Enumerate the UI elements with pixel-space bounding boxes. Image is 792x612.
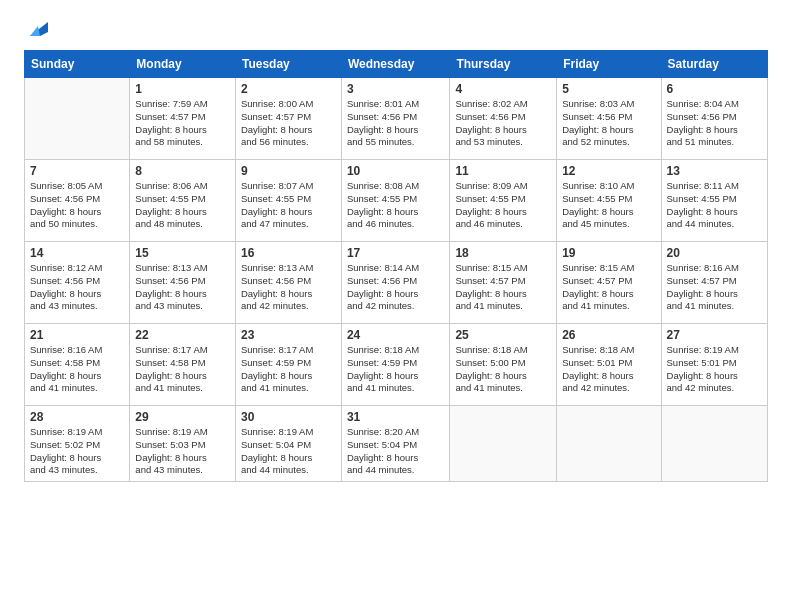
header-monday: Monday (130, 51, 236, 78)
day-cell: 27Sunrise: 8:19 AMSunset: 5:01 PMDayligh… (661, 324, 767, 406)
day-number: 5 (562, 82, 655, 96)
day-number: 22 (135, 328, 230, 342)
day-number: 14 (30, 246, 124, 260)
day-cell: 2Sunrise: 8:00 AMSunset: 4:57 PMDaylight… (235, 78, 341, 160)
day-info: Sunrise: 8:19 AMSunset: 5:01 PMDaylight:… (667, 344, 762, 395)
day-number: 1 (135, 82, 230, 96)
day-info: Sunrise: 8:16 AMSunset: 4:57 PMDaylight:… (667, 262, 762, 313)
header-wednesday: Wednesday (341, 51, 449, 78)
day-cell: 30Sunrise: 8:19 AMSunset: 5:04 PMDayligh… (235, 406, 341, 482)
day-number: 25 (455, 328, 551, 342)
day-cell: 14Sunrise: 8:12 AMSunset: 4:56 PMDayligh… (25, 242, 130, 324)
day-cell: 7Sunrise: 8:05 AMSunset: 4:56 PMDaylight… (25, 160, 130, 242)
day-number: 31 (347, 410, 444, 424)
day-cell: 4Sunrise: 8:02 AMSunset: 4:56 PMDaylight… (450, 78, 557, 160)
week-row-3: 14Sunrise: 8:12 AMSunset: 4:56 PMDayligh… (25, 242, 768, 324)
day-number: 10 (347, 164, 444, 178)
day-info: Sunrise: 8:20 AMSunset: 5:04 PMDaylight:… (347, 426, 444, 477)
day-cell: 10Sunrise: 8:08 AMSunset: 4:55 PMDayligh… (341, 160, 449, 242)
day-info: Sunrise: 8:00 AMSunset: 4:57 PMDaylight:… (241, 98, 336, 149)
day-number: 16 (241, 246, 336, 260)
day-cell: 17Sunrise: 8:14 AMSunset: 4:56 PMDayligh… (341, 242, 449, 324)
day-info: Sunrise: 8:14 AMSunset: 4:56 PMDaylight:… (347, 262, 444, 313)
calendar-table: SundayMondayTuesdayWednesdayThursdayFrid… (24, 50, 768, 482)
day-cell: 28Sunrise: 8:19 AMSunset: 5:02 PMDayligh… (25, 406, 130, 482)
day-number: 15 (135, 246, 230, 260)
header-thursday: Thursday (450, 51, 557, 78)
day-info: Sunrise: 8:18 AMSunset: 5:00 PMDaylight:… (455, 344, 551, 395)
day-cell: 1Sunrise: 7:59 AMSunset: 4:57 PMDaylight… (130, 78, 236, 160)
day-info: Sunrise: 8:07 AMSunset: 4:55 PMDaylight:… (241, 180, 336, 231)
day-number: 28 (30, 410, 124, 424)
day-info: Sunrise: 8:18 AMSunset: 5:01 PMDaylight:… (562, 344, 655, 395)
day-number: 19 (562, 246, 655, 260)
day-cell: 15Sunrise: 8:13 AMSunset: 4:56 PMDayligh… (130, 242, 236, 324)
day-info: Sunrise: 8:17 AMSunset: 4:59 PMDaylight:… (241, 344, 336, 395)
day-info: Sunrise: 8:17 AMSunset: 4:58 PMDaylight:… (135, 344, 230, 395)
day-info: Sunrise: 8:06 AMSunset: 4:55 PMDaylight:… (135, 180, 230, 231)
day-info: Sunrise: 8:10 AMSunset: 4:55 PMDaylight:… (562, 180, 655, 231)
day-info: Sunrise: 8:18 AMSunset: 4:59 PMDaylight:… (347, 344, 444, 395)
day-number: 23 (241, 328, 336, 342)
day-number: 18 (455, 246, 551, 260)
day-cell: 31Sunrise: 8:20 AMSunset: 5:04 PMDayligh… (341, 406, 449, 482)
svg-marker-1 (30, 26, 40, 36)
day-number: 8 (135, 164, 230, 178)
day-info: Sunrise: 8:05 AMSunset: 4:56 PMDaylight:… (30, 180, 124, 231)
day-number: 2 (241, 82, 336, 96)
day-cell: 29Sunrise: 8:19 AMSunset: 5:03 PMDayligh… (130, 406, 236, 482)
day-cell: 11Sunrise: 8:09 AMSunset: 4:55 PMDayligh… (450, 160, 557, 242)
day-cell: 18Sunrise: 8:15 AMSunset: 4:57 PMDayligh… (450, 242, 557, 324)
day-info: Sunrise: 8:13 AMSunset: 4:56 PMDaylight:… (135, 262, 230, 313)
day-cell: 6Sunrise: 8:04 AMSunset: 4:56 PMDaylight… (661, 78, 767, 160)
header-sunday: Sunday (25, 51, 130, 78)
day-number: 24 (347, 328, 444, 342)
day-info: Sunrise: 8:19 AMSunset: 5:03 PMDaylight:… (135, 426, 230, 477)
day-number: 4 (455, 82, 551, 96)
day-cell: 21Sunrise: 8:16 AMSunset: 4:58 PMDayligh… (25, 324, 130, 406)
day-cell (450, 406, 557, 482)
day-info: Sunrise: 8:15 AMSunset: 4:57 PMDaylight:… (562, 262, 655, 313)
header-tuesday: Tuesday (235, 51, 341, 78)
header-saturday: Saturday (661, 51, 767, 78)
day-cell (25, 78, 130, 160)
day-cell: 8Sunrise: 8:06 AMSunset: 4:55 PMDaylight… (130, 160, 236, 242)
day-cell: 23Sunrise: 8:17 AMSunset: 4:59 PMDayligh… (235, 324, 341, 406)
day-cell: 3Sunrise: 8:01 AMSunset: 4:56 PMDaylight… (341, 78, 449, 160)
day-info: Sunrise: 8:15 AMSunset: 4:57 PMDaylight:… (455, 262, 551, 313)
day-cell: 16Sunrise: 8:13 AMSunset: 4:56 PMDayligh… (235, 242, 341, 324)
logo-icon (26, 18, 48, 40)
day-number: 7 (30, 164, 124, 178)
day-number: 29 (135, 410, 230, 424)
day-info: Sunrise: 8:02 AMSunset: 4:56 PMDaylight:… (455, 98, 551, 149)
day-number: 11 (455, 164, 551, 178)
day-cell: 5Sunrise: 8:03 AMSunset: 4:56 PMDaylight… (557, 78, 661, 160)
day-info: Sunrise: 8:13 AMSunset: 4:56 PMDaylight:… (241, 262, 336, 313)
day-cell: 12Sunrise: 8:10 AMSunset: 4:55 PMDayligh… (557, 160, 661, 242)
day-info: Sunrise: 8:09 AMSunset: 4:55 PMDaylight:… (455, 180, 551, 231)
week-row-1: 1Sunrise: 7:59 AMSunset: 4:57 PMDaylight… (25, 78, 768, 160)
day-cell (661, 406, 767, 482)
day-info: Sunrise: 8:19 AMSunset: 5:04 PMDaylight:… (241, 426, 336, 477)
day-cell: 9Sunrise: 8:07 AMSunset: 4:55 PMDaylight… (235, 160, 341, 242)
page: SundayMondayTuesdayWednesdayThursdayFrid… (0, 0, 792, 612)
day-cell: 19Sunrise: 8:15 AMSunset: 4:57 PMDayligh… (557, 242, 661, 324)
header (24, 20, 768, 40)
week-row-4: 21Sunrise: 8:16 AMSunset: 4:58 PMDayligh… (25, 324, 768, 406)
day-info: Sunrise: 8:03 AMSunset: 4:56 PMDaylight:… (562, 98, 655, 149)
day-number: 6 (667, 82, 762, 96)
day-number: 21 (30, 328, 124, 342)
day-cell (557, 406, 661, 482)
day-info: Sunrise: 8:08 AMSunset: 4:55 PMDaylight:… (347, 180, 444, 231)
day-cell: 13Sunrise: 8:11 AMSunset: 4:55 PMDayligh… (661, 160, 767, 242)
day-info: Sunrise: 8:04 AMSunset: 4:56 PMDaylight:… (667, 98, 762, 149)
day-info: Sunrise: 8:12 AMSunset: 4:56 PMDaylight:… (30, 262, 124, 313)
day-info: Sunrise: 8:16 AMSunset: 4:58 PMDaylight:… (30, 344, 124, 395)
day-number: 27 (667, 328, 762, 342)
day-cell: 20Sunrise: 8:16 AMSunset: 4:57 PMDayligh… (661, 242, 767, 324)
day-number: 12 (562, 164, 655, 178)
day-number: 13 (667, 164, 762, 178)
week-row-5: 28Sunrise: 8:19 AMSunset: 5:02 PMDayligh… (25, 406, 768, 482)
day-cell: 22Sunrise: 8:17 AMSunset: 4:58 PMDayligh… (130, 324, 236, 406)
day-info: Sunrise: 8:19 AMSunset: 5:02 PMDaylight:… (30, 426, 124, 477)
